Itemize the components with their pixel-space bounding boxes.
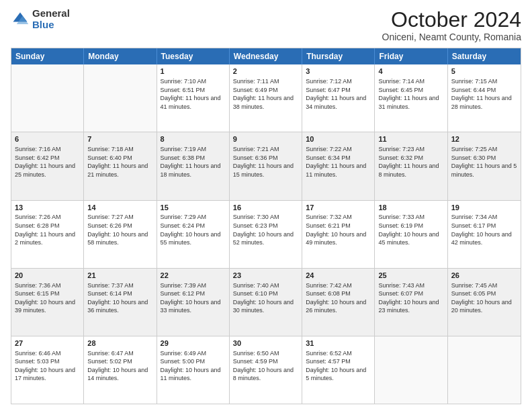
calendar-row: 6Sunrise: 7:16 AM Sunset: 6:42 PM Daylig… [11,132,521,200]
cell-sun-info: Sunrise: 7:10 AM Sunset: 6:51 PM Dayligh… [161,77,226,111]
day-number: 23 [233,271,298,281]
day-number: 30 [233,338,298,349]
day-number: 7 [87,134,152,144]
cell-sun-info: Sunrise: 6:52 AM Sunset: 4:57 PM Dayligh… [306,349,371,383]
calendar-cell: 26Sunrise: 7:45 AM Sunset: 6:05 PM Dayli… [448,269,521,336]
cell-sun-info: Sunrise: 7:42 AM Sunset: 6:08 PM Dayligh… [306,281,371,315]
calendar-header-row: SundayMondayTuesdayWednesdayThursdayFrid… [11,48,521,64]
calendar-cell: 27Sunrise: 6:46 AM Sunset: 5:03 PM Dayli… [11,336,84,404]
cell-sun-info: Sunrise: 7:16 AM Sunset: 6:42 PM Dayligh… [15,145,80,179]
day-number: 29 [161,338,226,349]
sub-title: Oniceni, Neamt County, Romania [382,32,522,42]
cell-sun-info: Sunrise: 7:27 AM Sunset: 6:26 PM Dayligh… [87,213,152,246]
day-number: 11 [378,134,443,144]
calendar-cell: 2Sunrise: 7:11 AM Sunset: 6:49 PM Daylig… [230,64,302,132]
day-number: 27 [15,338,80,349]
cell-sun-info: Sunrise: 7:32 AM Sunset: 6:21 PM Dayligh… [306,213,371,246]
day-number: 17 [306,203,371,213]
calendar-cell: 14Sunrise: 7:27 AM Sunset: 6:26 PM Dayli… [84,201,157,268]
day-number: 5 [451,66,517,77]
calendar-cell: 17Sunrise: 7:32 AM Sunset: 6:21 PM Dayli… [302,201,375,268]
cell-sun-info: Sunrise: 7:33 AM Sunset: 6:19 PM Dayligh… [378,213,443,246]
day-number: 6 [15,134,80,144]
title-block: October 2024 Oniceni, Neamt County, Roma… [382,8,522,42]
day-number: 8 [161,134,226,144]
cell-sun-info: Sunrise: 7:21 AM Sunset: 6:36 PM Dayligh… [233,145,298,179]
cell-sun-info: Sunrise: 7:34 AM Sunset: 6:17 PM Dayligh… [451,213,517,246]
cell-sun-info: Sunrise: 7:14 AM Sunset: 6:45 PM Dayligh… [378,77,443,111]
calendar-cell: 10Sunrise: 7:22 AM Sunset: 6:34 PM Dayli… [302,132,375,199]
calendar-cell: 25Sunrise: 7:43 AM Sunset: 6:07 PM Dayli… [375,269,447,336]
calendar-header-cell: Wednesday [230,48,302,64]
calendar: SundayMondayTuesdayWednesdayThursdayFrid… [11,48,521,404]
calendar-cell: 13Sunrise: 7:26 AM Sunset: 6:28 PM Dayli… [11,201,84,268]
header: General Blue October 2024 Oniceni, Neamt… [11,8,521,42]
cell-sun-info: Sunrise: 7:29 AM Sunset: 6:24 PM Dayligh… [161,213,226,246]
cell-sun-info: Sunrise: 7:39 AM Sunset: 6:12 PM Dayligh… [161,281,226,315]
day-number: 16 [233,203,298,213]
cell-sun-info: Sunrise: 7:43 AM Sunset: 6:07 PM Dayligh… [378,281,443,315]
calendar-cell [11,64,84,132]
calendar-cell [84,64,157,132]
day-number: 18 [378,203,443,213]
logo-blue: Blue [32,19,54,30]
day-number: 15 [161,203,226,213]
cell-sun-info: Sunrise: 7:37 AM Sunset: 6:14 PM Dayligh… [87,281,152,315]
day-number: 19 [451,203,517,213]
cell-sun-info: Sunrise: 7:30 AM Sunset: 6:23 PM Dayligh… [233,213,298,246]
day-number: 31 [306,338,371,349]
calendar-cell: 8Sunrise: 7:19 AM Sunset: 6:38 PM Daylig… [157,132,230,199]
day-number: 21 [87,271,152,281]
calendar-cell: 11Sunrise: 7:23 AM Sunset: 6:32 PM Dayli… [375,132,447,199]
cell-sun-info: Sunrise: 7:26 AM Sunset: 6:28 PM Dayligh… [15,213,80,246]
cell-sun-info: Sunrise: 7:25 AM Sunset: 6:30 PM Dayligh… [451,145,517,179]
cell-sun-info: Sunrise: 6:50 AM Sunset: 4:59 PM Dayligh… [233,349,298,383]
calendar-cell: 28Sunrise: 6:47 AM Sunset: 5:02 PM Dayli… [84,336,157,404]
logo-general: General [32,7,70,19]
calendar-cell: 6Sunrise: 7:16 AM Sunset: 6:42 PM Daylig… [11,132,84,199]
cell-sun-info: Sunrise: 7:12 AM Sunset: 6:47 PM Dayligh… [306,77,371,111]
main-title: October 2024 [382,8,522,32]
logo-text: General Blue [32,8,70,30]
calendar-row: 20Sunrise: 7:36 AM Sunset: 6:15 PM Dayli… [11,269,521,336]
page: General Blue October 2024 Oniceni, Neamt… [0,0,532,411]
calendar-body: 1Sunrise: 7:10 AM Sunset: 6:51 PM Daylig… [11,64,521,404]
calendar-cell: 31Sunrise: 6:52 AM Sunset: 4:57 PM Dayli… [302,336,375,404]
calendar-cell: 21Sunrise: 7:37 AM Sunset: 6:14 PM Dayli… [84,269,157,336]
day-number: 25 [378,271,443,281]
calendar-cell: 7Sunrise: 7:18 AM Sunset: 6:40 PM Daylig… [84,132,157,199]
cell-sun-info: Sunrise: 7:45 AM Sunset: 6:05 PM Dayligh… [451,281,517,315]
day-number: 9 [233,134,298,144]
calendar-cell: 3Sunrise: 7:12 AM Sunset: 6:47 PM Daylig… [302,64,375,132]
calendar-cell: 18Sunrise: 7:33 AM Sunset: 6:19 PM Dayli… [375,201,447,268]
calendar-cell: 5Sunrise: 7:15 AM Sunset: 6:44 PM Daylig… [448,64,521,132]
calendar-cell: 16Sunrise: 7:30 AM Sunset: 6:23 PM Dayli… [230,201,302,268]
day-number: 20 [15,271,80,281]
calendar-cell: 24Sunrise: 7:42 AM Sunset: 6:08 PM Dayli… [302,269,375,336]
cell-sun-info: Sunrise: 7:18 AM Sunset: 6:40 PM Dayligh… [87,145,152,179]
calendar-row: 27Sunrise: 6:46 AM Sunset: 5:03 PM Dayli… [11,336,521,404]
day-number: 13 [15,203,80,213]
calendar-header-cell: Monday [84,48,157,64]
cell-sun-info: Sunrise: 7:22 AM Sunset: 6:34 PM Dayligh… [306,145,371,179]
calendar-cell: 9Sunrise: 7:21 AM Sunset: 6:36 PM Daylig… [230,132,302,199]
cell-sun-info: Sunrise: 7:19 AM Sunset: 6:38 PM Dayligh… [161,145,226,179]
logo: General Blue [11,8,70,30]
day-number: 12 [451,134,517,144]
calendar-row: 13Sunrise: 7:26 AM Sunset: 6:28 PM Dayli… [11,201,521,269]
cell-sun-info: Sunrise: 6:49 AM Sunset: 5:00 PM Dayligh… [161,349,226,383]
calendar-cell: 20Sunrise: 7:36 AM Sunset: 6:15 PM Dayli… [11,269,84,336]
cell-sun-info: Sunrise: 7:15 AM Sunset: 6:44 PM Dayligh… [451,77,517,111]
calendar-header-cell: Tuesday [157,48,230,64]
cell-sun-info: Sunrise: 7:23 AM Sunset: 6:32 PM Dayligh… [378,145,443,179]
calendar-cell [375,336,447,404]
cell-sun-info: Sunrise: 7:40 AM Sunset: 6:10 PM Dayligh… [233,281,298,315]
calendar-cell: 30Sunrise: 6:50 AM Sunset: 4:59 PM Dayli… [230,336,302,404]
calendar-header-cell: Saturday [448,48,521,64]
day-number: 28 [87,338,152,349]
cell-sun-info: Sunrise: 6:46 AM Sunset: 5:03 PM Dayligh… [15,349,80,383]
calendar-header-cell: Thursday [302,48,375,64]
calendar-cell: 12Sunrise: 7:25 AM Sunset: 6:30 PM Dayli… [448,132,521,199]
day-number: 3 [306,66,371,77]
cell-sun-info: Sunrise: 6:47 AM Sunset: 5:02 PM Dayligh… [87,349,152,383]
